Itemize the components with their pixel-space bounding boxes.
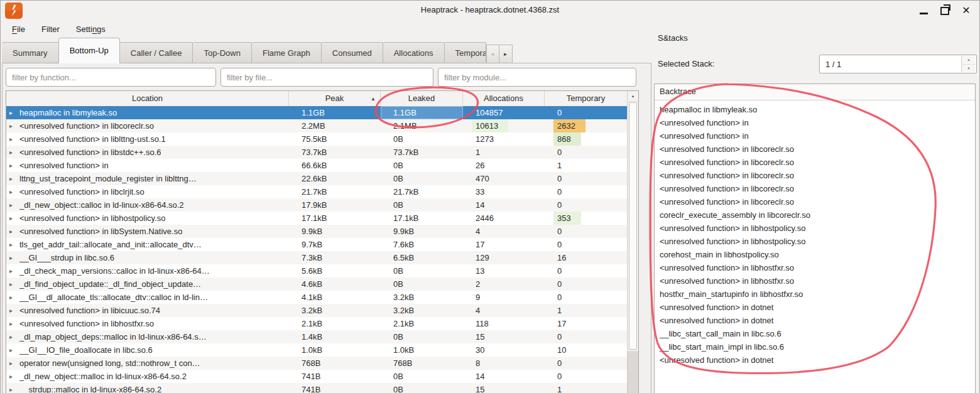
backtrace-line[interactable]: hostfxr_main_startupinfo in libhostfxr.s… xyxy=(660,288,975,301)
table-row[interactable]: ▸<unresolved function> in libcoreclr.so … xyxy=(6,119,627,132)
table-vertical-scrollbar[interactable]: ▴ xyxy=(627,91,638,393)
backtrace-line[interactable]: <unresolved function> in dotnet xyxy=(660,301,975,314)
table-row[interactable]: ▸<unresolved function> in libstdc++.so.6… xyxy=(6,146,627,159)
tab[interactable]: Bottom-Up xyxy=(58,38,120,63)
backtrace-line[interactable]: heapmalloc in libmyleak.so xyxy=(660,103,975,116)
tab[interactable]: Temporary xyxy=(445,42,486,63)
expand-arrow-icon[interactable]: ▸ xyxy=(9,357,15,370)
table-row[interactable]: ▸heapmalloc in libmyleak.so 1.1GB 1.1GB … xyxy=(6,106,627,119)
selected-stack-spinbox[interactable]: 1 / 1 ▴ ▾ xyxy=(819,55,977,73)
backtrace-line[interactable]: __libc_start_call_main in libc.so.6 xyxy=(660,327,975,340)
backtrace-line[interactable]: <unresolved function> in dotnet xyxy=(660,314,975,327)
table-row[interactable]: ▸<unresolved function> in libhostfxr.so … xyxy=(6,317,627,330)
expand-arrow-icon[interactable]: ▸ xyxy=(9,291,15,304)
table-row[interactable]: ▸operator new(unsigned long, std::nothro… xyxy=(6,357,627,370)
column-header-leaked[interactable]: Leaked xyxy=(381,91,463,106)
minimize-button[interactable] xyxy=(918,5,929,16)
table-row[interactable]: ▸_dl_new_object::calloc in ld-linux-x86-… xyxy=(6,198,627,212)
table-row[interactable]: ▸<unresolved function> in libhostpolicy.… xyxy=(6,212,627,225)
backtrace-line[interactable]: corehost_main in libhostpolicy.so xyxy=(660,248,975,261)
column-header-peak[interactable]: Peak▲ xyxy=(289,91,381,106)
expand-arrow-icon[interactable]: ▸ xyxy=(9,198,15,212)
arrow-left-icon: ◂ xyxy=(491,51,494,57)
backtrace-line[interactable]: coreclr_execute_assembly in libcoreclr.s… xyxy=(660,208,975,222)
expand-arrow-icon[interactable]: ▸ xyxy=(9,172,15,185)
backtrace-line[interactable]: <unresolved function> in libcoreclr.so xyxy=(660,143,975,156)
table-row[interactable]: ▸_dl_map_object_deps::malloc in ld-linux… xyxy=(6,330,627,343)
scroll-up-button[interactable]: ▴ xyxy=(628,91,638,102)
selected-stack-value: 1 / 1 xyxy=(825,60,841,69)
column-header-allocations[interactable]: Allocations xyxy=(463,91,545,106)
table-row[interactable]: ▸__GI__dl_allocate_tls::allocate_dtv::ca… xyxy=(6,291,627,304)
filter-by-function-input[interactable] xyxy=(6,68,216,87)
expand-arrow-icon[interactable]: ▸ xyxy=(9,159,15,172)
backtrace-line[interactable]: <unresolved function> in libcoreclr.so xyxy=(660,195,975,208)
filter-by-file-input[interactable] xyxy=(220,68,433,87)
spin-up-button[interactable]: ▴ xyxy=(962,56,976,65)
restore-button[interactable] xyxy=(939,5,950,16)
scrollbar-thumb[interactable] xyxy=(629,102,637,350)
table-row[interactable]: ▸_dl_find_object_update::_dl_find_object… xyxy=(6,277,627,291)
window-title: Heaptrack - heaptrack.dotnet.4368.zst xyxy=(76,1,904,21)
expand-arrow-icon[interactable]: ▸ xyxy=(9,264,15,277)
backtrace-line[interactable]: <unresolved function> in dotnet xyxy=(660,353,975,367)
expand-arrow-icon[interactable]: ▸ xyxy=(9,119,15,132)
expand-arrow-icon[interactable]: ▸ xyxy=(9,132,15,146)
expand-arrow-icon[interactable]: ▸ xyxy=(9,304,15,317)
tab[interactable]: Top-Down xyxy=(193,42,252,63)
tab[interactable]: Allocations xyxy=(383,42,445,63)
table-row[interactable]: ▸<unresolved function> in liblttng-ust.s… xyxy=(6,132,627,146)
table-row[interactable]: ▸<unresolved function> in libSystem.Nati… xyxy=(6,225,627,238)
tab-scroll-right-button[interactable]: ▸ xyxy=(499,45,513,63)
table-row[interactable]: ▸lttng_ust_tracepoint_module_register in… xyxy=(6,172,627,185)
expand-arrow-icon[interactable]: ▸ xyxy=(9,370,15,383)
tab[interactable]: Caller / Callee xyxy=(120,42,193,63)
backtrace-line[interactable]: <unresolved function> in libcoreclr.so xyxy=(660,156,975,169)
backtrace-line[interactable]: <unresolved function> in libcoreclr.so xyxy=(660,169,975,182)
spin-down-button[interactable]: ▾ xyxy=(962,65,976,73)
menu-item[interactable]: Filter xyxy=(35,23,66,35)
close-button[interactable]: ✕ xyxy=(961,5,972,16)
backtrace-line[interactable]: <unresolved function> in libhostpolicy.s… xyxy=(660,235,975,248)
expand-arrow-icon[interactable]: ▸ xyxy=(9,330,15,343)
table-row[interactable]: ▸<unresolved function> in libicuuc.so.74… xyxy=(6,304,627,317)
column-header-location[interactable]: Location xyxy=(6,91,289,106)
column-header-temporary[interactable]: Temporary xyxy=(545,91,627,106)
menu-item[interactable]: Settings xyxy=(70,23,112,35)
backtrace-line[interactable]: __libc_start_main_impl in libc.so.6 xyxy=(660,340,975,353)
expand-arrow-icon[interactable]: ▸ xyxy=(9,343,15,357)
table-row[interactable]: ▸_dl_check_map_versions::calloc in ld-li… xyxy=(6,264,627,277)
table-row[interactable]: ▸__GI__IO_file_doallocate in libc.so.6 1… xyxy=(6,343,627,357)
tab[interactable]: Consumed xyxy=(322,42,383,63)
backtrace-line[interactable]: <unresolved function> in xyxy=(660,129,975,143)
table-row[interactable]: ▸_dl_new_object::malloc in ld-linux-x86-… xyxy=(6,370,627,383)
backtrace-line[interactable]: <unresolved function> in libcoreclr.so xyxy=(660,182,975,195)
backtrace-line[interactable]: <unresolved function> in libhostfxr.so xyxy=(660,274,975,288)
table-row[interactable]: ▸<unresolved function> in libclrjit.so 2… xyxy=(6,185,627,198)
backtrace-line[interactable]: <unresolved function> in libhostpolicy.s… xyxy=(660,222,975,235)
menu-item[interactable]: File xyxy=(6,23,31,35)
expand-arrow-icon[interactable]: ▸ xyxy=(9,185,15,198)
expand-arrow-icon[interactable]: ▸ xyxy=(9,317,15,330)
table-row[interactable]: ▸__strdup::malloc in ld-linux-x86-64.so.… xyxy=(6,383,627,393)
tab[interactable]: Flame Graph xyxy=(252,42,322,63)
table-row[interactable]: ▸tls_get_addr_tail::allocate_and_init::a… xyxy=(6,238,627,251)
tab[interactable]: Summary xyxy=(2,42,59,63)
backtrace-line[interactable]: <unresolved function> in libhostfxr.so xyxy=(660,261,975,274)
expand-arrow-icon[interactable]: ▸ xyxy=(9,277,15,291)
location-cell: ▸<unresolved function> in xyxy=(6,159,289,172)
filter-by-module-input[interactable] xyxy=(438,68,636,87)
expand-arrow-icon[interactable]: ▸ xyxy=(9,106,15,119)
expand-arrow-icon[interactable]: ▸ xyxy=(9,251,15,264)
expand-arrow-icon[interactable]: ▸ xyxy=(9,225,15,238)
tab-scroll-left-button[interactable]: ◂ xyxy=(486,45,499,63)
expand-arrow-icon[interactable]: ▸ xyxy=(9,238,15,251)
expand-arrow-icon[interactable]: ▸ xyxy=(9,212,15,225)
peak-cell: 4.6kB xyxy=(289,277,381,291)
allocations-cell: 9 xyxy=(463,291,545,304)
table-row[interactable]: ▸__GI___strdup in libc.so.6 7.3kB 6.5kB … xyxy=(6,251,627,264)
table-row[interactable]: ▸<unresolved function> in 66.6kB 0B 26 1 xyxy=(6,159,627,172)
expand-arrow-icon[interactable]: ▸ xyxy=(9,383,15,393)
expand-arrow-icon[interactable]: ▸ xyxy=(9,146,15,159)
backtrace-line[interactable]: <unresolved function> in xyxy=(660,116,975,129)
